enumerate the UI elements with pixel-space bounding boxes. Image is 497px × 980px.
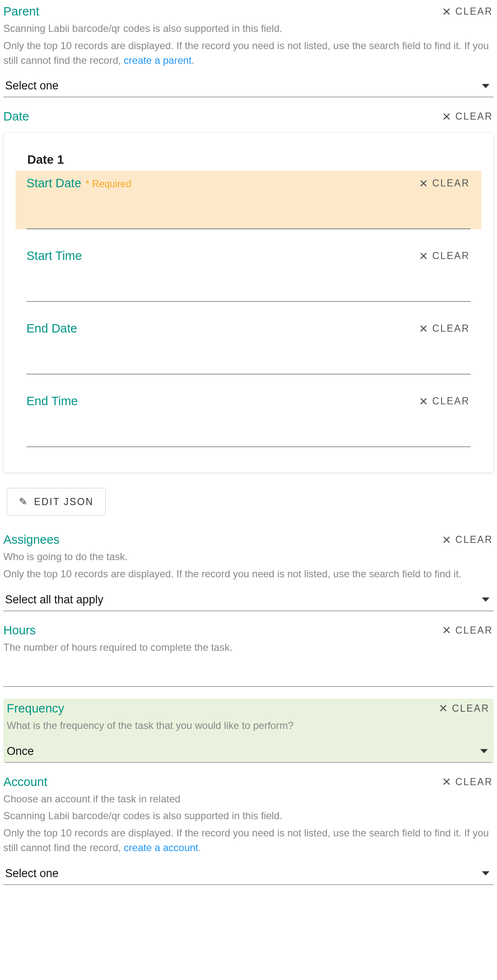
start-date-header: Start Date * Required ✕ CLEAR [26, 176, 471, 191]
end-date-header: End Date ✕ CLEAR [26, 321, 471, 336]
chevron-down-icon [482, 84, 489, 88]
create-parent-link[interactable]: create a parent [124, 55, 191, 66]
account-clear-button[interactable]: ✕ CLEAR [441, 775, 494, 789]
frequency-select[interactable]: Once [5, 739, 492, 763]
start-date-label-wrap: Start Date * Required [26, 176, 131, 190]
frequency-help: What is the frequency of the task that y… [5, 718, 492, 733]
frequency-header: Frequency ✕ CLEAR [5, 701, 492, 716]
end-time-field: End Time ✕ CLEAR [16, 389, 481, 447]
close-icon: ✕ [419, 251, 428, 262]
chevron-down-icon [482, 597, 489, 602]
hours-help: The number of hours required to complete… [3, 640, 494, 655]
parent-help-2: Only the top 10 records are displayed. I… [3, 39, 494, 68]
assignees-label: Assignees [3, 532, 60, 547]
parent-help-1: Scanning Labii barcode/qr codes is also … [3, 21, 494, 36]
account-label: Account [3, 775, 47, 789]
end-date-clear-button[interactable]: ✕ CLEAR [418, 321, 471, 336]
close-icon: ✕ [439, 703, 448, 714]
assignees-select-placeholder: Select all that apply [5, 593, 103, 606]
edit-json-button[interactable]: ✎ EDIT JSON [7, 488, 106, 516]
clear-label: CLEAR [455, 534, 493, 545]
hours-field: Hours ✕ CLEAR The number of hours requir… [3, 623, 494, 687]
clear-label: CLEAR [432, 178, 470, 189]
close-icon: ✕ [419, 396, 428, 407]
assignees-clear-button[interactable]: ✕ CLEAR [441, 532, 494, 547]
clear-label: CLEAR [455, 625, 493, 636]
end-time-input[interactable] [26, 409, 471, 447]
date-clear-button[interactable]: ✕ CLEAR [441, 109, 494, 124]
start-time-header: Start Time ✕ CLEAR [26, 249, 471, 263]
end-date-label: End Date [26, 322, 77, 335]
start-date-field: Start Date * Required ✕ CLEAR [16, 171, 481, 229]
close-icon: ✕ [419, 178, 428, 189]
clear-label: CLEAR [455, 776, 493, 788]
account-help-3-prefix: Only the top 10 records are displayed. I… [3, 827, 489, 853]
account-header: Account ✕ CLEAR [3, 775, 494, 789]
create-account-link[interactable]: create a account [124, 842, 198, 853]
parent-clear-button[interactable]: ✕ CLEAR [441, 4, 494, 19]
clear-label: CLEAR [432, 250, 470, 262]
end-date-field: End Date ✕ CLEAR [16, 316, 481, 375]
date-field: Date ✕ CLEAR Date 1 Start Date * Require… [3, 109, 494, 473]
clear-label: CLEAR [452, 703, 489, 714]
start-date-label: Start Date [26, 176, 81, 190]
parent-field: Parent ✕ CLEAR Scanning Labii barcode/qr… [3, 4, 494, 97]
clear-label: CLEAR [432, 396, 470, 407]
date-panel: Date 1 Start Date * Required ✕ CLEAR Sta… [3, 132, 494, 473]
assignees-help-1: Who is going to do the task. [3, 550, 494, 564]
parent-select-placeholder: Select one [5, 79, 59, 92]
account-help-1: Choose an account if the task in related [3, 792, 494, 807]
edit-json-label: EDIT JSON [34, 496, 94, 508]
close-icon: ✕ [442, 625, 451, 636]
end-time-header: End Time ✕ CLEAR [26, 394, 471, 409]
date-label: Date [3, 109, 29, 124]
chevron-down-icon [482, 871, 489, 875]
hours-header: Hours ✕ CLEAR [3, 623, 494, 638]
account-help-3: Only the top 10 records are displayed. I… [3, 826, 494, 855]
end-date-input[interactable] [26, 336, 471, 375]
start-date-input[interactable] [26, 191, 471, 229]
required-tag: * Required [86, 178, 131, 189]
clear-label: CLEAR [455, 111, 493, 122]
frequency-field: Frequency ✕ CLEAR What is the frequency … [3, 699, 494, 763]
end-time-label: End Time [26, 394, 78, 408]
assignees-field: Assignees ✕ CLEAR Who is going to do the… [3, 532, 494, 611]
parent-header: Parent ✕ CLEAR [3, 4, 494, 19]
close-icon: ✕ [442, 535, 451, 545]
account-field: Account ✕ CLEAR Choose an account if the… [3, 775, 494, 885]
account-select-placeholder: Select one [5, 867, 59, 880]
hours-input[interactable] [3, 661, 494, 687]
start-date-clear-button[interactable]: ✕ CLEAR [418, 176, 471, 191]
account-select[interactable]: Select one [3, 861, 494, 885]
parent-select[interactable]: Select one [3, 73, 494, 97]
assignees-select[interactable]: Select all that apply [3, 587, 494, 611]
assignees-help-2: Only the top 10 records are displayed. I… [3, 567, 494, 582]
close-icon: ✕ [419, 323, 428, 334]
parent-help-2-prefix: Only the top 10 records are displayed. I… [3, 40, 489, 66]
frequency-select-value: Once [7, 745, 34, 758]
close-icon: ✕ [442, 111, 451, 122]
chevron-down-icon [480, 749, 488, 753]
assignees-header: Assignees ✕ CLEAR [3, 532, 494, 547]
date-header: Date ✕ CLEAR [3, 109, 494, 124]
frequency-label: Frequency [7, 701, 64, 716]
clear-label: CLEAR [432, 323, 470, 334]
start-time-input[interactable] [26, 263, 471, 302]
pencil-icon: ✎ [19, 496, 27, 508]
hours-clear-button[interactable]: ✕ CLEAR [441, 623, 494, 638]
clear-label: CLEAR [455, 6, 493, 17]
end-time-clear-button[interactable]: ✕ CLEAR [418, 394, 471, 409]
start-time-field: Start Time ✕ CLEAR [16, 244, 481, 302]
close-icon: ✕ [442, 776, 451, 787]
close-icon: ✕ [442, 6, 451, 17]
account-help-2: Scanning Labii barcode/qr codes is also … [3, 809, 494, 823]
frequency-clear-button[interactable]: ✕ CLEAR [438, 701, 490, 716]
start-time-clear-button[interactable]: ✕ CLEAR [418, 249, 471, 263]
account-help-3-suffix: . [198, 842, 201, 853]
parent-label: Parent [3, 4, 39, 19]
hours-label: Hours [3, 623, 36, 638]
start-time-label: Start Time [26, 249, 82, 263]
date-panel-title: Date 1 [12, 153, 485, 167]
parent-help-2-suffix: . [191, 55, 194, 66]
